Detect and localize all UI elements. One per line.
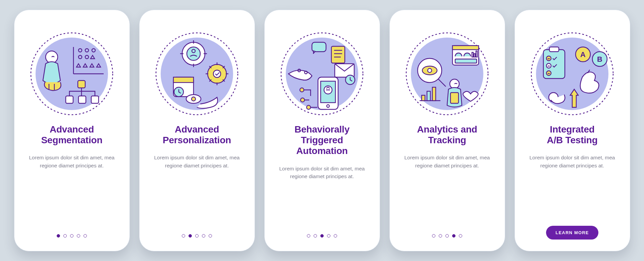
personalization-icon	[153, 30, 240, 117]
dot-5[interactable]	[334, 234, 337, 238]
title-line-2: A/B Testing	[547, 135, 597, 145]
analytics-icon	[404, 30, 491, 117]
automation-icon	[278, 30, 366, 117]
svg-rect-12	[78, 81, 85, 88]
svg-rect-36	[173, 77, 194, 83]
pagination-dots	[307, 234, 337, 238]
pagination-dots	[182, 234, 212, 238]
title-line-1: Analytics and	[417, 124, 477, 135]
svg-rect-14	[78, 96, 86, 103]
card-title: Advanced Segmentation	[41, 124, 103, 146]
segmentation-icon	[28, 30, 115, 117]
svg-text:A: A	[580, 50, 586, 59]
card-title: Integrated A/B Testing	[547, 124, 597, 146]
card-body: Lorem ipsum dolor sit dim amet, mea regi…	[153, 154, 240, 169]
dot-2[interactable]	[189, 234, 192, 238]
dot-2[interactable]	[439, 234, 442, 238]
onboarding-card-2: Advanced Personalization Lorem ipsum dol…	[139, 10, 255, 251]
svg-rect-75	[450, 93, 459, 103]
onboarding-card-5: A B Integrated A/B Testing Lorem ipsum d…	[515, 10, 630, 251]
svg-point-39	[192, 97, 196, 101]
learn-more-button[interactable]: LEARN MORE	[546, 226, 598, 240]
pagination-dots	[57, 234, 87, 238]
svg-rect-79	[549, 47, 559, 52]
svg-text:B: B	[597, 55, 602, 63]
card-title: Behaviorally Triggered Automation	[275, 124, 370, 157]
title-line-1: Advanced	[50, 124, 94, 135]
dot-5[interactable]	[459, 234, 462, 238]
title-line-1: Advanced	[175, 124, 219, 135]
card-title: Analytics and Tracking	[417, 124, 477, 146]
svg-point-68	[428, 68, 432, 72]
svg-rect-61	[452, 46, 479, 50]
svg-rect-13	[66, 96, 73, 103]
onboarding-card-1: Advanced Segmentation Lorem ipsum dolor …	[14, 10, 130, 251]
title-line-1: Integrated	[550, 124, 594, 135]
title-line-2: Segmentation	[41, 135, 103, 145]
card-title: Advanced Personalization	[163, 124, 231, 146]
svg-point-34	[213, 70, 221, 77]
dot-1[interactable]	[57, 234, 60, 238]
dot-5[interactable]	[84, 234, 87, 238]
dot-3[interactable]	[445, 234, 449, 238]
pagination-dots	[432, 234, 462, 238]
card-body: Lorem ipsum dolor sit dim amet, mea regi…	[404, 154, 491, 169]
svg-point-82	[546, 71, 551, 75]
svg-point-55	[300, 88, 304, 92]
dot-5[interactable]	[209, 234, 212, 238]
card-body: Lorem ipsum dolor sit dim amet, mea regi…	[529, 154, 616, 169]
title-line-2: Triggered Automation	[296, 135, 348, 156]
svg-rect-71	[422, 95, 425, 101]
onboarding-card-4: Analytics and Tracking Lorem ipsum dolor…	[389, 10, 505, 251]
dot-4[interactable]	[202, 234, 205, 238]
svg-rect-65	[455, 59, 477, 63]
dot-2[interactable]	[63, 234, 67, 238]
title-line-1: Behaviorally	[294, 124, 350, 135]
dot-3[interactable]	[195, 234, 199, 238]
svg-rect-72	[427, 91, 430, 101]
dot-1[interactable]	[432, 234, 435, 238]
dot-3[interactable]	[320, 234, 324, 238]
dot-1[interactable]	[307, 234, 310, 238]
card-body: Lorem ipsum dolor sit dim amet, mea regi…	[28, 154, 115, 169]
title-line-2: Personalization	[163, 135, 231, 145]
svg-rect-42	[312, 42, 326, 52]
dot-4[interactable]	[452, 234, 455, 238]
svg-point-56	[301, 98, 305, 102]
svg-point-80	[546, 56, 551, 61]
dot-4[interactable]	[77, 234, 80, 238]
card-body: Lorem ipsum dolor sit dim amet, mea regi…	[278, 165, 366, 180]
ab-testing-icon: A B	[529, 30, 616, 117]
onboarding-card-3: Behaviorally Triggered Automation Lorem …	[264, 10, 380, 251]
title-line-2: Tracking	[428, 135, 466, 145]
dot-2[interactable]	[314, 234, 317, 238]
dot-1[interactable]	[182, 234, 185, 238]
dot-4[interactable]	[327, 234, 330, 238]
svg-rect-43	[331, 46, 345, 63]
svg-point-57	[307, 105, 311, 109]
dot-3[interactable]	[70, 234, 73, 238]
svg-rect-15	[91, 96, 99, 103]
svg-rect-73	[432, 87, 436, 101]
